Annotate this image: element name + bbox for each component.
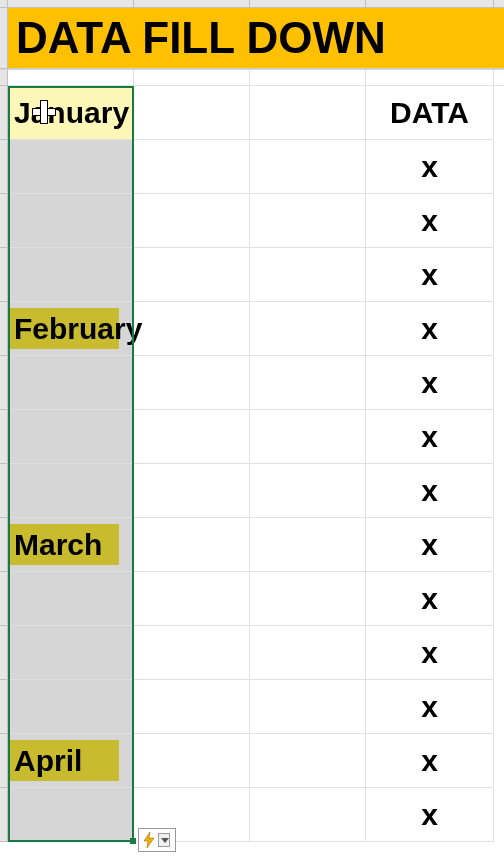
cell-text: x <box>421 528 438 562</box>
cell[interactable] <box>250 356 366 410</box>
cell[interactable] <box>250 518 366 572</box>
cell-data[interactable]: x <box>366 734 494 788</box>
cell[interactable] <box>250 626 366 680</box>
svg-marker-0 <box>144 832 154 848</box>
cell[interactable] <box>250 140 366 194</box>
row-header[interactable] <box>0 86 8 140</box>
spreadsheet-grid[interactable]: January DATA xxxFebruaryxxxxMarchxxxxApr… <box>0 86 504 842</box>
cell[interactable] <box>134 680 250 734</box>
table-row: x <box>0 626 504 680</box>
lightning-icon <box>144 832 154 848</box>
row-header[interactable] <box>0 248 8 302</box>
dropdown-icon <box>158 833 170 847</box>
cell-active-month[interactable]: January <box>8 86 134 140</box>
cell-text: x <box>421 744 438 778</box>
cell-data[interactable]: x <box>366 788 494 842</box>
cell-month[interactable]: April <box>8 734 134 788</box>
table-row: x <box>0 680 504 734</box>
cell[interactable] <box>134 86 250 140</box>
cell-data[interactable]: x <box>366 194 494 248</box>
cell[interactable] <box>134 140 250 194</box>
cell-data-header[interactable]: DATA <box>366 86 494 140</box>
cell-text: x <box>421 690 438 724</box>
cell-data[interactable]: x <box>366 140 494 194</box>
cell[interactable] <box>8 410 134 464</box>
table-row: x <box>0 572 504 626</box>
cell[interactable] <box>250 788 366 842</box>
table-row: January DATA <box>0 86 504 140</box>
cell[interactable] <box>250 464 366 518</box>
cell[interactable] <box>134 302 250 356</box>
cell[interactable] <box>134 248 250 302</box>
cell-data[interactable]: x <box>366 572 494 626</box>
cell[interactable] <box>8 464 134 518</box>
cell[interactable] <box>134 626 250 680</box>
cell-data[interactable]: x <box>366 302 494 356</box>
cell[interactable] <box>250 86 366 140</box>
cell[interactable] <box>134 410 250 464</box>
table-row: x <box>0 140 504 194</box>
row-header[interactable] <box>0 194 8 248</box>
cell[interactable] <box>134 356 250 410</box>
cell[interactable] <box>134 572 250 626</box>
cell[interactable] <box>134 518 250 572</box>
column-headers: B C D E <box>0 0 504 8</box>
cell[interactable] <box>250 572 366 626</box>
cell[interactable] <box>250 410 366 464</box>
row-header[interactable] <box>0 734 8 788</box>
cell[interactable] <box>8 572 134 626</box>
cell[interactable] <box>250 194 366 248</box>
cell-text: February <box>14 312 142 346</box>
cell[interactable] <box>134 734 250 788</box>
row-header[interactable] <box>0 70 8 86</box>
cell[interactable] <box>134 194 250 248</box>
cell[interactable] <box>250 680 366 734</box>
cell-month[interactable]: February <box>8 302 134 356</box>
table-row: x <box>0 788 504 842</box>
table-row: x <box>0 464 504 518</box>
table-row: x <box>0 356 504 410</box>
row-header[interactable] <box>0 8 8 69</box>
cell-data[interactable]: x <box>366 518 494 572</box>
row-header[interactable] <box>0 410 8 464</box>
cell[interactable] <box>250 248 366 302</box>
cell-text: x <box>421 366 438 400</box>
cell[interactable] <box>8 680 134 734</box>
cell[interactable] <box>8 248 134 302</box>
row-header[interactable] <box>0 464 8 518</box>
cell-text: x <box>421 150 438 184</box>
cell[interactable] <box>8 626 134 680</box>
cell-text: DATA <box>390 96 469 130</box>
cell[interactable] <box>8 356 134 410</box>
cell-month[interactable]: March <box>8 518 134 572</box>
table-row: x <box>0 194 504 248</box>
table-row: Aprilx <box>0 734 504 788</box>
cell-text: January <box>14 96 129 130</box>
table-row: x <box>0 410 504 464</box>
cell-data[interactable]: x <box>366 248 494 302</box>
cell[interactable] <box>8 140 134 194</box>
cell-text: x <box>421 582 438 616</box>
paste-options-button[interactable] <box>138 828 176 852</box>
row-header[interactable] <box>0 626 8 680</box>
cell[interactable] <box>8 788 134 842</box>
row-header[interactable] <box>0 572 8 626</box>
cell-data[interactable]: x <box>366 680 494 734</box>
cell-data[interactable]: x <box>366 626 494 680</box>
table-row: x <box>0 248 504 302</box>
cell-data[interactable]: x <box>366 464 494 518</box>
cell-data[interactable]: x <box>366 356 494 410</box>
cell[interactable] <box>250 734 366 788</box>
row-header[interactable] <box>0 140 8 194</box>
cell[interactable] <box>134 464 250 518</box>
row-header[interactable] <box>0 788 8 842</box>
cell[interactable] <box>8 194 134 248</box>
row-header[interactable] <box>0 302 8 356</box>
cell[interactable] <box>250 302 366 356</box>
row-header[interactable] <box>0 680 8 734</box>
row-header[interactable] <box>0 518 8 572</box>
cell-data[interactable]: x <box>366 410 494 464</box>
title-cell[interactable]: DATA FILL DOWN <box>8 8 504 69</box>
cell-text: x <box>421 798 438 832</box>
row-header[interactable] <box>0 356 8 410</box>
